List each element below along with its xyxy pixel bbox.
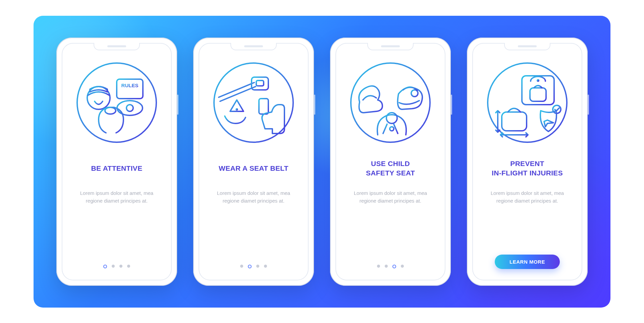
svg-point-26	[537, 80, 539, 81]
svg-rect-10	[252, 77, 268, 90]
phone-frame: USE CHILD SAFETY SEAT Lorem ipsum dolor …	[330, 38, 451, 286]
phone-frame: PREVENT IN-FLIGHT INJURIES Lorem ipsum d…	[467, 38, 588, 286]
onboarding-screen[interactable]: USE CHILD SAFETY SEAT Lorem ipsum dolor …	[335, 43, 445, 280]
svg-point-6	[117, 101, 143, 115]
child-safety-seat-icon	[343, 56, 437, 150]
svg-rect-11	[256, 80, 264, 86]
phone-notch	[94, 43, 140, 50]
onboarding-screen[interactable]: WEAR A SEAT BELT Lorem ipsum dolor sit a…	[199, 43, 309, 280]
svg-point-13	[236, 109, 237, 110]
dot-3[interactable]	[119, 265, 122, 268]
phone-frame: WEAR A SEAT BELT Lorem ipsum dolor sit a…	[193, 38, 314, 286]
phone-notch	[230, 43, 277, 50]
dot-1[interactable]	[240, 265, 243, 268]
onboarding-canvas: RULES BE ATTENTIVE Lorem ipsum dolor sit…	[34, 16, 610, 308]
svg-point-8	[105, 107, 116, 114]
svg-point-9	[214, 63, 293, 142]
onboarding-description: Lorem ipsum dolor sit amet, mea regione …	[347, 189, 434, 205]
svg-point-7	[126, 105, 133, 111]
onboarding-screen[interactable]: PREVENT IN-FLIGHT INJURIES Lorem ipsum d…	[472, 43, 582, 280]
pagination-dots[interactable]	[377, 265, 404, 268]
seat-belt-icon	[207, 56, 301, 150]
dot-1[interactable]	[377, 265, 380, 268]
svg-rect-2	[117, 79, 143, 99]
onboarding-screen[interactable]: RULES BE ATTENTIVE Lorem ipsum dolor sit…	[62, 43, 172, 280]
dot-2[interactable]	[385, 265, 388, 268]
phone-notch	[504, 43, 550, 50]
onboarding-description: Lorem ipsum dolor sit amet, mea regione …	[73, 189, 160, 205]
onboarding-title: BE ATTENTIVE	[91, 159, 143, 178]
dot-4[interactable]	[127, 265, 130, 268]
pagination-dots[interactable]	[103, 265, 130, 268]
onboarding-description: Lorem ipsum dolor sit amet, mea regione …	[484, 189, 571, 205]
learn-more-button[interactable]: LEARN MORE	[495, 255, 560, 269]
dot-3[interactable]	[392, 265, 396, 268]
dot-2[interactable]	[112, 265, 115, 268]
onboarding-title: PREVENT IN-FLIGHT INJURIES	[492, 159, 563, 178]
onboarding-title: USE CHILD SAFETY SEAT	[366, 159, 415, 178]
svg-point-0	[77, 63, 156, 142]
onboarding-description: Lorem ipsum dolor sit amet, mea regione …	[210, 189, 297, 205]
prevent-injuries-icon	[480, 56, 574, 150]
svg-rect-14	[259, 99, 268, 114]
pagination-dots[interactable]	[240, 265, 267, 268]
dot-3[interactable]	[256, 265, 259, 268]
dot-4[interactable]	[264, 265, 267, 268]
svg-rect-27	[530, 88, 546, 101]
svg-rect-28	[502, 112, 527, 131]
dot-4[interactable]	[401, 265, 404, 268]
onboarding-title: WEAR A SEAT BELT	[219, 159, 288, 178]
dot-2[interactable]	[248, 265, 252, 268]
svg-text:RULES: RULES	[121, 83, 139, 88]
dot-1[interactable]	[103, 265, 107, 268]
be-attentive-icon: RULES	[70, 56, 164, 150]
phone-frame: RULES BE ATTENTIVE Lorem ipsum dolor sit…	[56, 38, 177, 286]
phone-notch	[367, 43, 414, 50]
svg-point-23	[390, 127, 394, 131]
